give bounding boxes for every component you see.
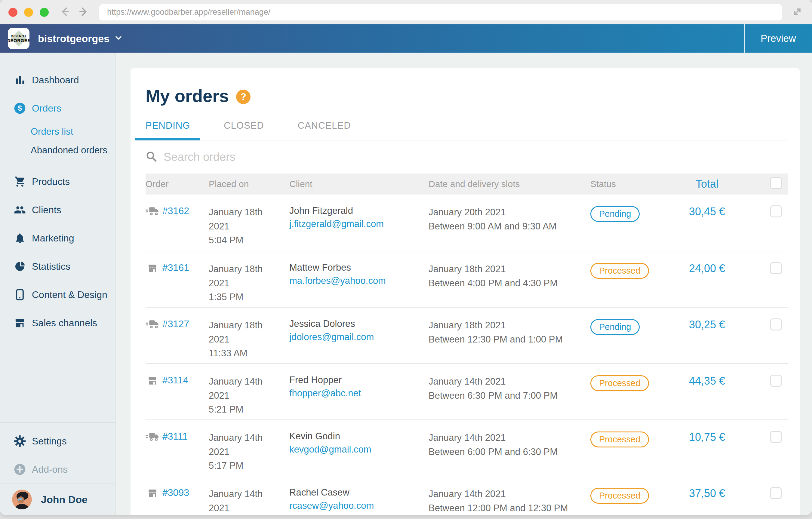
client-name: Kevin Godin [289, 431, 429, 442]
preview-button[interactable]: Preview [744, 24, 812, 53]
client-name: Jessica Dolores [289, 318, 429, 329]
delivery-date: January 14th 2021 [429, 487, 590, 501]
sidebar-item-marketing[interactable]: Marketing [0, 224, 115, 252]
order-total: 24,00 € [677, 262, 737, 275]
sidebar-item-add-ons[interactable]: Add-ons [0, 455, 115, 484]
search-input[interactable] [164, 151, 374, 164]
row-checkbox[interactable] [770, 205, 782, 218]
select-all-checkbox[interactable] [770, 177, 782, 189]
column-header-order: Order [146, 179, 209, 189]
forward-icon[interactable] [78, 6, 89, 18]
column-header-total: Total [677, 178, 737, 190]
row-checkbox[interactable] [770, 431, 782, 443]
placed-date: January 18th 2021 [209, 262, 270, 290]
sidebar-divider [0, 422, 115, 423]
user-name: John Doe [41, 494, 88, 506]
sidebar-item-label: Settings [32, 436, 67, 447]
truck-icon [146, 206, 163, 218]
order-total: 10,75 € [677, 431, 737, 443]
client-name: Mattew Forbes [289, 262, 429, 273]
order-tabs: PENDING CLOSED CANCELED [146, 120, 788, 140]
chevron-down-icon[interactable] [114, 34, 123, 43]
minimize-window-button[interactable] [24, 8, 33, 17]
placed-date: January 18th 2021 [209, 318, 270, 346]
order-number-link[interactable]: #3111 [163, 431, 188, 442]
client-name: Fred Hopper [289, 375, 429, 385]
client-name: John Fitzgerald [289, 205, 429, 216]
order-number-link[interactable]: #3161 [163, 262, 189, 273]
delivery-slot: Between 12:30 PM and 1:00 PM [429, 333, 590, 347]
close-window-button[interactable] [8, 8, 18, 17]
row-checkbox[interactable] [770, 318, 782, 330]
sidebar-item-orders[interactable]: Orders [0, 94, 115, 122]
sidebar-item-abandoned-orders[interactable]: Abandoned orders [0, 141, 115, 160]
user-profile[interactable]: John Doe [0, 484, 115, 515]
logo-text-top: BISTROT [11, 34, 26, 38]
delivery-date: January 14th 2021 [429, 431, 590, 445]
client-email-link[interactable]: kevgod@gmail.com [289, 444, 429, 455]
sidebar-item-dashboard[interactable]: Dashboard [0, 66, 115, 94]
delivery-slot: Between 6:00 PM and 6:30 PM [429, 445, 590, 459]
tab-canceled[interactable]: CANCELED [288, 120, 361, 140]
client-email-link[interactable]: rcasew@yahoo.com [289, 500, 429, 511]
status-badge: Processed [590, 432, 649, 448]
truck-icon [146, 432, 163, 443]
page-title: My orders [146, 86, 229, 106]
placed-time: 5:04 PM [209, 235, 243, 246]
column-header-status: Status [590, 179, 677, 189]
tab-closed[interactable]: CLOSED [213, 120, 274, 140]
order-number-link[interactable]: #3162 [163, 205, 189, 217]
storefront-icon [146, 263, 163, 275]
order-number-link[interactable]: #3127 [163, 318, 189, 329]
table-row: #3162 January 18th 20215:04 PM John Fitz… [146, 195, 788, 251]
sidebar-item-products[interactable]: Products [0, 168, 115, 196]
workspace-name[interactable]: bistrotgeorges [38, 33, 110, 45]
table-row: #3161 January 18th 20211:35 PM Mattew Fo… [146, 251, 788, 307]
sidebar-item-settings[interactable]: Settings [0, 427, 115, 455]
sidebar-item-label: Orders [32, 103, 61, 114]
client-email-link[interactable]: fhopper@abc.net [289, 388, 429, 399]
pie-chart-icon [13, 260, 26, 272]
order-number-link[interactable]: #3114 [163, 375, 188, 386]
sidebar-item-label: Clients [32, 204, 61, 215]
app-header: BISTROT GEORGES bistrotgeorges Preview [0, 24, 812, 53]
delivery-slot: Between 6:30 PM and 7:00 PM [429, 389, 590, 403]
status-badge: Pending [590, 319, 640, 335]
delivery-slot: Between 9:00 AM and 9:30 AM [429, 220, 590, 234]
storefront-icon [13, 317, 26, 329]
browser-window: https://www.goodbarber.app/reseller/mana… [0, 0, 812, 515]
column-header-delivery: Date and delivery slots [429, 179, 590, 189]
sidebar-item-clients[interactable]: Clients [0, 196, 115, 224]
bell-icon [13, 232, 26, 244]
placed-date: January 14th 2021 [209, 431, 270, 459]
sidebar-item-label: Content & Design [32, 289, 107, 300]
help-icon[interactable]: ? [236, 90, 251, 104]
url-text: https://www.goodbarber.app/reseller/mana… [107, 7, 270, 17]
row-checkbox[interactable] [770, 375, 782, 387]
sidebar-item-label: Dashboard [32, 75, 79, 86]
avatar [12, 490, 32, 509]
table-header: Order Placed on Client Date and delivery… [146, 173, 788, 195]
cart-icon [13, 176, 26, 188]
delivery-slot: Between 12:00 PM and 12:30 PM [429, 501, 590, 515]
back-icon[interactable] [60, 6, 70, 18]
sidebar-item-sales-channels[interactable]: Sales channels [0, 309, 115, 337]
sidebar-item-orders-list[interactable]: Orders list [0, 122, 115, 141]
tab-pending[interactable]: PENDING [135, 120, 200, 140]
truck-icon [146, 319, 163, 331]
maximize-window-button[interactable] [40, 8, 49, 17]
row-checkbox[interactable] [770, 487, 782, 499]
expand-icon[interactable] [791, 5, 804, 19]
status-badge: Pending [590, 206, 640, 222]
sidebar-item-content-design[interactable]: Content & Design [0, 281, 115, 309]
order-number-link[interactable]: #3093 [163, 487, 189, 498]
plus-circle-icon [13, 463, 26, 475]
address-bar[interactable]: https://www.goodbarber.app/reseller/mana… [99, 4, 782, 21]
sidebar-item-label: Products [32, 176, 70, 188]
client-email-link[interactable]: ma.forbes@yahoo.com [289, 276, 429, 286]
client-email-link[interactable]: jdolores@gmail.com [289, 331, 429, 343]
client-email-link[interactable]: j.fitzgerald@gmail.com [289, 219, 429, 229]
sidebar-item-statistics[interactable]: Statistics [0, 252, 115, 281]
column-header-client: Client [289, 179, 429, 189]
row-checkbox[interactable] [770, 262, 782, 274]
